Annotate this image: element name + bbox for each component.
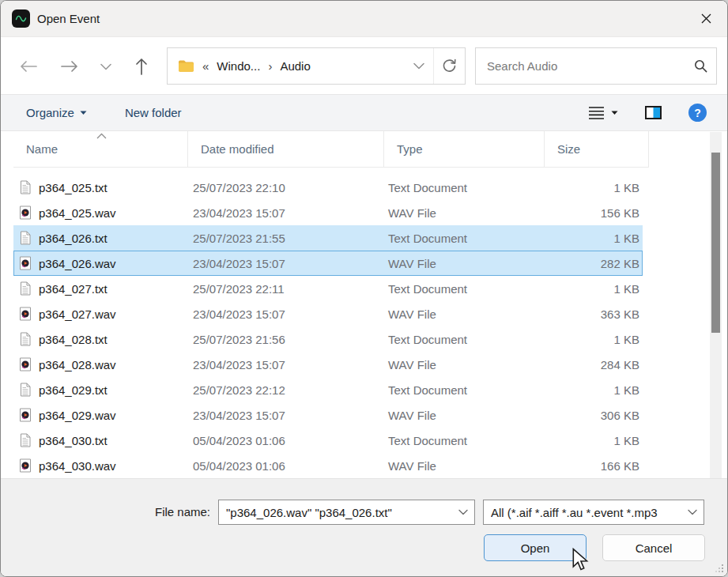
file-type-icon bbox=[18, 352, 32, 377]
file-type-value: All (*.aif *.aiff *.au *.event *.mp3 bbox=[491, 506, 681, 519]
file-size: 284 KB bbox=[601, 352, 639, 377]
chevron-down-icon bbox=[413, 62, 424, 70]
wav-file-icon bbox=[19, 458, 32, 473]
address-bar[interactable]: « Windo... › Audio bbox=[167, 47, 466, 85]
column-header-row: Name Date modified Type Size bbox=[13, 131, 649, 168]
folder-icon bbox=[178, 59, 194, 73]
title-bar: Open Event bbox=[1, 1, 727, 36]
file-size: 282 KB bbox=[601, 251, 639, 276]
recent-locations-button[interactable] bbox=[94, 55, 118, 78]
file-type-icon bbox=[18, 377, 32, 402]
column-header-name[interactable]: Name bbox=[13, 131, 188, 168]
file-type-dropdown-button[interactable] bbox=[681, 509, 703, 515]
open-button-label: Open bbox=[521, 541, 550, 555]
file-date-modified: 25/07/2023 21:55 bbox=[193, 225, 285, 251]
file-row[interactable]: p364_028.txt 25/07/2023 21:56 Text Docum… bbox=[13, 326, 643, 352]
preview-pane-button[interactable] bbox=[645, 106, 662, 119]
column-header-type[interactable]: Type bbox=[384, 131, 545, 168]
breadcrumb-parent[interactable]: Windo... bbox=[217, 59, 260, 73]
cancel-button[interactable]: Cancel bbox=[602, 534, 705, 561]
file-type-icon bbox=[18, 428, 32, 453]
close-button[interactable] bbox=[692, 6, 719, 31]
file-size: 166 KB bbox=[601, 453, 639, 478]
file-name-combobox[interactable]: "p364_026.wav" "p364_026.txt" bbox=[218, 500, 475, 525]
navigation-bar: « Windo... › Audio bbox=[1, 36, 727, 94]
file-type-icon bbox=[18, 276, 32, 301]
file-name-dropdown-button[interactable] bbox=[452, 509, 474, 515]
file-type-icon bbox=[18, 251, 32, 276]
file-name: p364_027.wav bbox=[39, 301, 116, 326]
address-dropdown-button[interactable] bbox=[408, 62, 430, 70]
breadcrumb-overflow[interactable]: « bbox=[202, 59, 209, 73]
file-type-icon bbox=[18, 453, 32, 478]
file-name: p364_028.txt bbox=[39, 326, 108, 352]
back-arrow-icon bbox=[20, 60, 37, 73]
file-type: WAV File bbox=[388, 453, 436, 478]
text-document-icon bbox=[19, 180, 32, 194]
search-button[interactable] bbox=[685, 59, 716, 73]
details-view-icon bbox=[588, 106, 605, 120]
column-header-size[interactable]: Size bbox=[545, 131, 649, 168]
wav-file-icon bbox=[19, 206, 32, 220]
wav-file-icon bbox=[19, 256, 32, 270]
wav-file-icon bbox=[19, 307, 32, 321]
text-document-icon bbox=[19, 433, 32, 447]
breadcrumb-separator: › bbox=[268, 59, 272, 73]
dialog-footer: File name: "p364_026.wav" "p364_026.txt"… bbox=[1, 478, 727, 576]
scrollbar-thumb[interactable] bbox=[711, 153, 720, 333]
file-type: WAV File bbox=[388, 251, 436, 276]
file-name: p364_030.txt bbox=[39, 428, 108, 453]
cancel-button-label: Cancel bbox=[636, 541, 673, 555]
refresh-icon bbox=[442, 58, 457, 74]
file-row[interactable]: p364_030.txt 05/04/2023 01:06 Text Docum… bbox=[13, 428, 643, 453]
file-date-modified: 23/04/2023 15:07 bbox=[193, 200, 285, 225]
file-type-combobox[interactable]: All (*.aif *.aiff *.au *.event *.mp3 bbox=[483, 500, 704, 525]
file-name: p364_025.wav bbox=[39, 200, 116, 225]
file-row[interactable]: p364_027.txt 25/07/2023 22:11 Text Docum… bbox=[13, 276, 643, 301]
file-row[interactable]: p364_027.wav 23/04/2023 15:07 WAV File 3… bbox=[13, 301, 643, 326]
file-name: p364_030.wav bbox=[39, 453, 116, 478]
text-document-icon bbox=[19, 332, 32, 346]
file-date-modified: 25/07/2023 22:10 bbox=[193, 175, 285, 200]
resize-grip[interactable] bbox=[714, 563, 725, 574]
up-button[interactable] bbox=[130, 55, 153, 78]
change-view-button[interactable] bbox=[588, 106, 618, 120]
forward-button[interactable] bbox=[58, 55, 81, 78]
file-row[interactable]: p364_025.txt 25/07/2023 22:10 Text Docum… bbox=[13, 175, 643, 200]
file-row[interactable]: p364_029.wav 23/04/2023 15:07 WAV File 3… bbox=[13, 402, 643, 428]
new-folder-label: New folder bbox=[125, 106, 182, 119]
file-row[interactable]: p364_025.wav 23/04/2023 15:07 WAV File 1… bbox=[13, 200, 643, 225]
help-button[interactable]: ? bbox=[688, 104, 707, 122]
text-document-icon bbox=[19, 281, 32, 296]
file-date-modified: 05/04/2023 01:06 bbox=[193, 428, 285, 453]
file-name: p364_029.wav bbox=[39, 402, 116, 428]
file-type-icon bbox=[18, 200, 32, 225]
file-type-icon bbox=[18, 402, 32, 428]
file-size: 156 KB bbox=[601, 200, 639, 225]
search-box bbox=[475, 47, 717, 85]
text-document-icon bbox=[19, 383, 32, 397]
search-input[interactable] bbox=[487, 59, 685, 73]
file-row[interactable]: p364_026.txt 25/07/2023 21:55 Text Docum… bbox=[13, 225, 643, 251]
dialog-title: Open Event bbox=[37, 12, 100, 25]
file-name: p364_028.wav bbox=[39, 352, 116, 377]
refresh-button[interactable] bbox=[433, 48, 465, 84]
preview-pane-icon bbox=[645, 106, 662, 119]
column-header-date-modified[interactable]: Date modified bbox=[188, 131, 384, 168]
back-button[interactable] bbox=[17, 55, 40, 78]
file-row[interactable]: p364_029.txt 25/07/2023 22:12 Text Docum… bbox=[13, 377, 643, 402]
file-name: p364_026.wav bbox=[39, 251, 116, 276]
file-type: Text Document bbox=[388, 276, 467, 301]
breadcrumb-current[interactable]: Audio bbox=[280, 59, 310, 73]
file-type: Text Document bbox=[388, 428, 467, 453]
file-row[interactable]: p364_028.wav 23/04/2023 15:07 WAV File 2… bbox=[13, 352, 643, 377]
vertical-scrollbar[interactable] bbox=[710, 132, 722, 478]
chevron-down-icon bbox=[611, 111, 618, 115]
organize-button[interactable]: Organize bbox=[26, 106, 87, 119]
file-row[interactable]: p364_030.wav 05/04/2023 01:06 WAV File 1… bbox=[13, 453, 643, 478]
chevron-down-icon bbox=[100, 63, 111, 70]
new-folder-button[interactable]: New folder bbox=[125, 106, 182, 119]
file-row[interactable]: p364_026.wav 23/04/2023 15:07 WAV File 2… bbox=[13, 251, 643, 276]
command-toolbar: Organize New folder bbox=[1, 94, 727, 131]
file-date-modified: 25/07/2023 21:56 bbox=[193, 326, 285, 352]
